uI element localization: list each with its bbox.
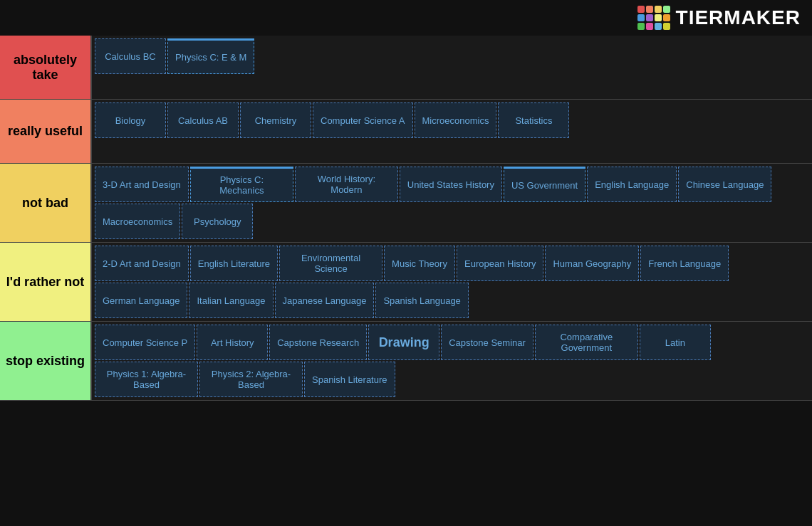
tier-item[interactable]: Environmental Science [279,246,382,281]
tier-item[interactable]: Psychology [182,204,253,239]
tier-items-really: BiologyCalculus ABChemistryComputer Scie… [90,100,812,163]
tier-item[interactable]: French Language [640,246,729,281]
tier-item[interactable]: Macroeconomics [95,204,180,239]
logo-cell [663,23,670,30]
logo-cell [655,6,662,13]
tier-row-absolutely: absolutely takeCalculus BCPhysics C: E &… [0,36,812,100]
tier-row-stop: stop existingComputer Science PArt Histo… [0,322,812,401]
tier-item[interactable]: US Government [504,167,585,202]
logo-cell [646,14,653,21]
tier-item[interactable]: English Language [587,167,677,202]
logo-cell [646,6,653,13]
tier-items-stop: Computer Science PArt HistoryCapstone Re… [90,322,812,400]
tier-item[interactable]: 3-D Art and Design [95,167,189,202]
tier-row-rather: I'd rather not2-D Art and DesignEnglish … [0,243,812,322]
tier-items-rather: 2-D Art and DesignEnglish LiteratureEnvi… [90,243,812,321]
tier-item[interactable]: World History: Modern [295,167,398,202]
tier-item[interactable]: Music Theory [384,246,455,281]
tier-item[interactable]: Calculus AB [167,102,239,138]
tier-row-notbad: not bad3-D Art and DesignPhysics C: Mech… [0,164,812,243]
logo-grid-icon [637,6,670,30]
tier-item[interactable]: Microeconomics [415,102,497,138]
tier-item[interactable]: United States History [400,167,502,202]
tier-item[interactable]: Physics 2: Algebra-Based [199,362,303,397]
tier-item[interactable]: Human Geography [545,246,639,281]
tier-item[interactable]: Physics C: E & M [167,38,254,74]
tier-item[interactable]: Comparative Government [535,325,638,360]
tier-item[interactable]: Japanese Language [275,283,375,318]
logo-cell [663,14,670,21]
tier-item[interactable]: Computer Science A [313,102,413,138]
tier-row-really: really usefulBiologyCalculus ABChemistry… [0,100,812,164]
tier-item[interactable]: German Language [95,283,187,318]
tier-item[interactable]: Latin [640,325,711,360]
tier-item[interactable]: Calculus BC [95,38,166,74]
logo-cell [655,14,662,21]
tier-item[interactable]: Computer Science P [95,325,195,360]
tier-label-notbad: not bad [0,164,90,242]
tier-item[interactable]: Italian Language [189,283,273,318]
tier-label-absolutely: absolutely take [0,36,90,99]
logo-cell [637,6,645,13]
tier-item[interactable]: 2-D Art and Design [95,246,189,281]
tier-item[interactable]: Capstone Research [269,325,367,360]
tier-item[interactable]: European History [457,246,543,281]
tier-item[interactable]: Biology [95,102,166,138]
tier-item[interactable]: Capstone Seminar [441,325,533,360]
tier-item[interactable]: Spanish Literature [304,362,395,397]
tier-item[interactable]: Chemistry [240,102,311,138]
tier-items-notbad: 3-D Art and DesignPhysics C: MechanicsWo… [90,164,812,242]
logo-cell [637,23,645,30]
logo-cell [663,6,670,13]
tier-item[interactable]: Statistics [498,102,569,138]
tier-item[interactable]: English Literature [190,246,278,281]
logo-cell [655,23,662,30]
tier-item[interactable]: Physics 1: Algebra-Based [95,362,198,397]
logo: TiERMAKER [637,6,801,30]
header: TiERMAKER [0,0,812,36]
tier-item[interactable]: Chinese Language [678,167,771,202]
logo-cell [646,23,653,30]
tier-item[interactable]: Physics C: Mechanics [190,167,293,202]
tier-label-stop: stop existing [0,322,90,400]
tier-label-rather: I'd rather not [0,243,90,321]
tier-items-absolutely: Calculus BCPhysics C: E & M [90,36,812,99]
tier-label-really: really useful [0,100,90,163]
tier-table: absolutely takeCalculus BCPhysics C: E &… [0,36,812,401]
tier-item[interactable]: Art History [197,325,268,360]
tier-item[interactable]: Spanish Language [375,283,468,318]
logo-text: TiERMAKER [676,6,801,29]
logo-cell [637,14,645,21]
tier-item[interactable]: Drawing [368,325,439,360]
